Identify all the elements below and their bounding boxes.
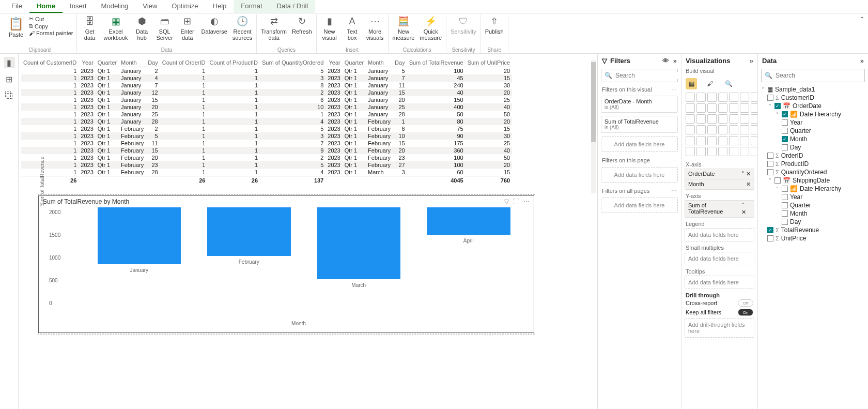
format-painter-button[interactable]: 🖌 Format painter bbox=[29, 30, 73, 36]
field-node[interactable]: ˅✓📅OrderDate bbox=[760, 102, 866, 110]
visual-type-icon[interactable] bbox=[707, 114, 717, 124]
visual-type-icon[interactable] bbox=[740, 125, 749, 134]
visual-type-icon[interactable] bbox=[686, 93, 695, 102]
visual-type-icon[interactable] bbox=[696, 125, 706, 134]
visual-type-icon[interactable] bbox=[696, 93, 706, 102]
cross-report-toggle[interactable]: Off bbox=[738, 299, 753, 307]
tab-insert[interactable]: Insert bbox=[63, 0, 94, 13]
filter-drop-zone[interactable]: Add data fields here bbox=[601, 167, 678, 183]
field-node[interactable]: ΣCustomerID bbox=[760, 94, 866, 102]
field-node[interactable]: ΣUnitPrice bbox=[760, 234, 866, 243]
visual-type-icon[interactable] bbox=[686, 125, 695, 134]
tab-data-drill[interactable]: Data / Drill bbox=[270, 0, 316, 13]
keep-filters-toggle[interactable]: On bbox=[738, 309, 753, 316]
bar[interactable] bbox=[207, 207, 291, 256]
more-icon[interactable]: ⋯ bbox=[671, 86, 677, 93]
get-data-button[interactable]: 🗄Get data bbox=[80, 14, 100, 42]
field-node[interactable]: ˅📶Date Hierarchy bbox=[760, 185, 866, 193]
dataverse-button[interactable]: ◐Dataverse bbox=[200, 14, 228, 36]
table-node[interactable]: ˅▦ Sample_data1 bbox=[760, 85, 866, 94]
visual-type-icon[interactable] bbox=[696, 114, 706, 124]
table-row[interactable]: 12023Qtr 1February21152023Qtr 1February6… bbox=[21, 125, 512, 132]
table-row[interactable]: 12023Qtr 1February111172023Qtr 1February… bbox=[21, 140, 512, 147]
table-row[interactable]: 12023Qtr 1January41132023Qtr 1January745… bbox=[21, 74, 512, 82]
tab-help[interactable]: Help bbox=[206, 0, 234, 13]
bar-chart-visual[interactable]: Sum of TotalRevenue by Month ▽ ⛶ ⋯ Sum o… bbox=[38, 195, 534, 333]
tab-file[interactable]: File bbox=[4, 0, 29, 13]
visual-type-icon[interactable] bbox=[696, 136, 706, 145]
format-visual-icon[interactable]: 🖌 bbox=[704, 78, 716, 89]
visual-type-icon[interactable] bbox=[707, 136, 717, 145]
sensitivity-button[interactable]: 🛡Sensitivity bbox=[450, 14, 477, 36]
small-multiples-well[interactable]: Add data fields here bbox=[685, 252, 754, 265]
bar[interactable] bbox=[317, 207, 401, 279]
bar[interactable] bbox=[427, 207, 510, 235]
analytics-icon[interactable]: 🔍 bbox=[723, 78, 734, 89]
transform-data-button[interactable]: ⇄Transform data bbox=[260, 14, 288, 42]
copy-button[interactable]: ⧉ Copy bbox=[29, 23, 73, 29]
publish-button[interactable]: ⇧Publish bbox=[484, 14, 505, 36]
excel-button[interactable]: ▦Excel workbook bbox=[103, 14, 129, 42]
field-node[interactable]: Day bbox=[760, 218, 866, 226]
new-visual-button[interactable]: ▮New visual bbox=[320, 14, 339, 42]
collapse-data-icon[interactable]: » bbox=[860, 57, 864, 65]
filter-drop-zone[interactable]: Add data fields here bbox=[601, 198, 678, 213]
yaxis-well[interactable]: Sum of TotalRevenue˅ ✕ bbox=[685, 200, 754, 218]
legend-well[interactable]: Add data fields here bbox=[685, 228, 754, 241]
bar[interactable] bbox=[98, 207, 181, 264]
visual-type-icon[interactable] bbox=[740, 147, 749, 156]
drill-through-well[interactable]: Add drill-through fields here bbox=[685, 318, 754, 338]
new-measure-button[interactable]: 🧮New measure bbox=[392, 14, 416, 42]
table-row[interactable]: 12023Qtr 1January251112023Qtr 1January28… bbox=[21, 111, 512, 118]
enter-data-button[interactable]: ⊞Enter data bbox=[178, 14, 197, 42]
field-node[interactable]: Quarter bbox=[760, 201, 866, 209]
table-row[interactable]: 12023Qtr 1February51132023Qtr 1February1… bbox=[21, 132, 512, 140]
report-view-icon[interactable]: ▮ bbox=[4, 57, 15, 68]
table-row[interactable]: 12023Qtr 1February231152023Qtr 1February… bbox=[21, 161, 512, 169]
eye-icon[interactable]: 👁 bbox=[662, 57, 669, 65]
table-row[interactable]: 12023Qtr 1January21152023Qtr 1January510… bbox=[21, 67, 512, 75]
visual-type-icon[interactable] bbox=[729, 103, 738, 113]
quick-measure-button[interactable]: ⚡Quick measure bbox=[419, 14, 443, 42]
data-view-icon[interactable]: ⊞ bbox=[4, 73, 15, 85]
field-node[interactable]: ˅✓📶Date Hierarchy bbox=[760, 110, 866, 118]
tab-optimize[interactable]: Optimize bbox=[164, 0, 205, 13]
report-canvas[interactable]: Count of CustomerIDYearQuarterMonthDayCo… bbox=[19, 54, 597, 409]
collapse-ribbon-icon[interactable]: ⌃ bbox=[859, 16, 865, 23]
visual-type-icon[interactable] bbox=[718, 147, 727, 156]
focus-mode-icon[interactable]: ⛶ bbox=[513, 198, 519, 205]
xaxis-well[interactable]: OrderDate˅ ✕ Month✕ bbox=[685, 169, 754, 190]
visual-type-icon[interactable] bbox=[729, 136, 738, 145]
visual-type-icon[interactable] bbox=[707, 93, 717, 102]
tab-format[interactable]: Format bbox=[234, 0, 269, 13]
visual-type-icon[interactable] bbox=[718, 125, 727, 134]
table-visual[interactable]: Count of CustomerIDYearQuarterMonthDayCo… bbox=[21, 58, 595, 185]
cut-button[interactable]: ✂ Cut bbox=[29, 16, 73, 22]
tab-modeling[interactable]: Modeling bbox=[94, 0, 136, 13]
table-row[interactable]: 12023Qtr 1February281142023Qtr 1March360… bbox=[21, 169, 512, 176]
visual-type-icon[interactable] bbox=[740, 114, 749, 124]
visual-type-icon[interactable] bbox=[696, 103, 706, 113]
visual-type-icon[interactable] bbox=[686, 147, 695, 156]
visual-type-icon[interactable] bbox=[718, 93, 727, 102]
visual-type-icon[interactable] bbox=[729, 114, 738, 124]
filter-icon[interactable]: ▽ bbox=[504, 198, 509, 205]
table-row[interactable]: 12023Qtr 1January71182023Qtr 1January112… bbox=[21, 82, 512, 89]
model-view-icon[interactable]: ⿻ bbox=[4, 90, 15, 101]
tab-view[interactable]: View bbox=[135, 0, 164, 13]
field-node[interactable]: Year bbox=[760, 118, 866, 127]
tab-home[interactable]: Home bbox=[29, 0, 63, 13]
field-node[interactable]: Year bbox=[760, 193, 866, 201]
visual-type-icon[interactable] bbox=[729, 147, 738, 156]
field-node[interactable]: ✓Month bbox=[760, 135, 866, 143]
more-options-icon[interactable]: ⋯ bbox=[523, 198, 530, 205]
field-node[interactable]: ΣProductID bbox=[760, 160, 866, 168]
scrollbar[interactable] bbox=[591, 60, 596, 193]
visual-type-icon[interactable] bbox=[707, 125, 717, 134]
visual-type-icon[interactable] bbox=[696, 147, 706, 156]
table-row[interactable]: 12023Qtr 1January2011102023Qtr 1January2… bbox=[21, 103, 512, 111]
recent-sources-button[interactable]: 🕓Recent sources bbox=[231, 14, 254, 42]
visual-type-icon[interactable] bbox=[740, 93, 749, 102]
visual-type-icon[interactable] bbox=[740, 136, 749, 145]
filter-card[interactable]: Sum of TotalRevenueis (All) bbox=[601, 116, 678, 133]
